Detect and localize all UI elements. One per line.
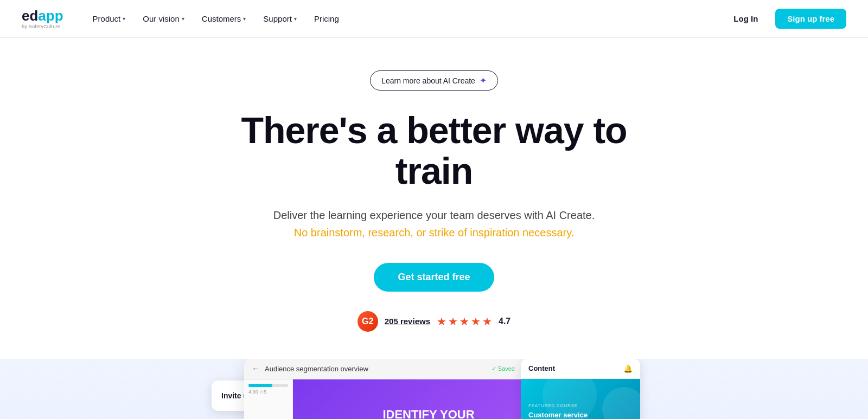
featured-course-card[interactable]: FEATURED COURSE Customer service (521, 379, 640, 419)
star-rating: ★ ★ ★ ★ ★ (437, 315, 492, 328)
browser-title: Audience segmentation overview (265, 365, 486, 373)
nav-support[interactable]: Support ▾ (256, 10, 304, 28)
logo-app: app (38, 8, 63, 24)
screenshot-inner: Invite users + ← Audience segmentation o… (0, 359, 868, 419)
star-4: ★ (471, 315, 481, 328)
badge-text: Learn more about AI Create (381, 76, 475, 85)
nav-customers[interactable]: Customers ▾ (194, 10, 254, 28)
progress-bar-1 (248, 384, 288, 387)
chevron-down-icon: ▾ (182, 16, 184, 22)
content-card: Content 🔔 FEATURED COURSE Customer servi… (521, 359, 640, 419)
ai-create-badge[interactable]: Learn more about AI Create ✦ (370, 70, 498, 91)
nav-right: Log In Sign up free (725, 9, 846, 29)
navbar: edapp by SafetyCulture Product ▾ Our vis… (0, 0, 868, 38)
saved-tag: ✓ Saved (492, 365, 515, 372)
featured-label: FEATURED COURSE (528, 403, 588, 408)
subtitle-line1: Deliver the learning experience your tea… (273, 209, 595, 221)
nav-our-vision[interactable]: Our vision ▾ (135, 10, 192, 28)
logo[interactable]: edapp by SafetyCulture (22, 9, 63, 29)
sparkle-icon: ✦ (480, 75, 487, 86)
chevron-down-icon: ▾ (123, 16, 125, 22)
star-5: ★ (482, 315, 492, 328)
star-3: ★ (459, 315, 469, 328)
nav-links: Product ▾ Our vision ▾ Customers ▾ Suppo… (85, 10, 725, 28)
logo-sub: by SafetyCulture (22, 24, 63, 29)
rating-number: 4.7 (499, 317, 510, 326)
content-card-header: Content 🔔 (521, 359, 640, 379)
left-panel: 4:00 ☆5 (244, 379, 293, 419)
bell-icon[interactable]: 🔔 (623, 364, 633, 373)
time-label: 4:00 ☆5 (248, 389, 288, 395)
nav-product[interactable]: Product ▾ (85, 10, 133, 28)
signup-button[interactable]: Sign up free (775, 9, 846, 29)
hero-section: Learn more about AI Create ✦ There's a b… (0, 38, 868, 359)
hero-title: There's a better way to train (201, 110, 667, 191)
star-1: ★ (437, 315, 446, 328)
center-text: IDENTIFY YOUR (382, 408, 474, 419)
back-icon[interactable]: ← (252, 364, 259, 373)
hero-subtitle: Deliver the learning experience your tea… (273, 207, 595, 241)
content-title: Content (528, 364, 555, 372)
screenshot-strip: Invite users + ← Audience segmentation o… (0, 359, 868, 419)
login-button[interactable]: Log In (725, 10, 767, 28)
reviews-link[interactable]: 205 reviews (385, 317, 430, 326)
logo-ed: ed (22, 8, 38, 24)
g2-badge: G2 (358, 311, 378, 332)
chevron-down-icon: ▾ (294, 16, 297, 22)
nav-pricing[interactable]: Pricing (307, 10, 347, 28)
star-2: ★ (448, 315, 458, 328)
get-started-button[interactable]: Get started free (374, 263, 494, 292)
course-title: Customer service (528, 411, 588, 419)
chevron-down-icon: ▾ (243, 16, 246, 22)
featured-course-info: FEATURED COURSE Customer service (528, 403, 588, 419)
subtitle-line2: No brainstorm, research, or strike of in… (294, 227, 575, 238)
reviews-row: G2 205 reviews ★ ★ ★ ★ ★ 4.7 (358, 311, 511, 332)
